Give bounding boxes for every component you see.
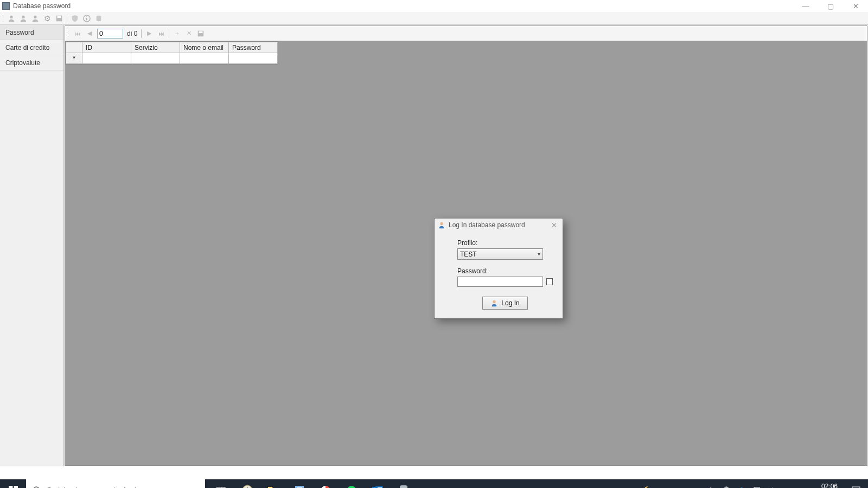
- grid-row-header: *: [66, 53, 82, 64]
- shield-icon[interactable]: [69, 13, 80, 24]
- content-area: ⏮ ◀ di 0 ▶ ⏭ ＋ ✕ ID Servizio: [65, 25, 867, 466]
- chevron-down-icon: ▾: [538, 251, 540, 257]
- profile-select[interactable]: TEST ▾: [457, 248, 543, 260]
- tray-clock[interactable]: 02:06 02/09/2021: [805, 483, 838, 488]
- grid-cell[interactable]: [131, 53, 180, 64]
- app-icon: [2, 2, 10, 10]
- search-icon: [33, 486, 41, 488]
- nav-count-label: di 0: [127, 30, 137, 37]
- svg-rect-13: [9, 486, 12, 489]
- taskbar-app-outlook[interactable]: [365, 479, 391, 488]
- password-input[interactable]: [457, 277, 543, 287]
- show-password-checkbox[interactable]: [546, 278, 553, 285]
- task-view-button[interactable]: [208, 479, 234, 488]
- moon-icon: [642, 486, 651, 488]
- svg-point-0: [10, 15, 12, 18]
- grid-col-servizio[interactable]: Servizio: [131, 42, 180, 53]
- svg-rect-14: [14, 486, 17, 489]
- person-icon: [438, 221, 445, 229]
- sidebar-item-password[interactable]: Password: [0, 25, 63, 40]
- sidebar-item-label: Password: [5, 29, 34, 36]
- login-button[interactable]: Log In: [482, 297, 527, 310]
- tray-language-label: ITA: [784, 486, 794, 489]
- nav-next-button[interactable]: ▶: [144, 28, 155, 39]
- navigator-grip: [67, 29, 69, 38]
- weather-text: Sereno: [673, 486, 696, 489]
- grid-area: ID Servizio Nome o email Password *: [65, 41, 867, 465]
- taskbar-app-settings[interactable]: [286, 479, 312, 488]
- grid-header-row: ID Servizio Nome o email Password: [66, 42, 278, 53]
- sidebar-item-label: Criptovalute: [5, 59, 40, 67]
- nav-delete-button[interactable]: ✕: [183, 28, 194, 39]
- taskbar-app-chrome[interactable]: [312, 479, 339, 488]
- window-title: Database password: [13, 2, 71, 10]
- profile-label: Profilo:: [457, 239, 553, 247]
- nav-prev-button[interactable]: ◀: [84, 28, 95, 39]
- password-label: Password:: [457, 267, 553, 275]
- minimize-button[interactable]: —: [793, 0, 818, 12]
- svg-rect-6: [86, 18, 87, 20]
- tray-language[interactable]: ITA: [782, 479, 796, 488]
- nav-save-button[interactable]: [195, 28, 206, 39]
- user2-icon[interactable]: [18, 13, 29, 24]
- svg-rect-10: [199, 31, 203, 33]
- user1-icon[interactable]: [6, 13, 17, 24]
- dialog-title: Log In database password: [449, 221, 525, 229]
- toolbar-grip: [2, 14, 4, 23]
- maximize-button[interactable]: ▢: [818, 0, 843, 12]
- taskbar-apps: [208, 479, 417, 488]
- info-icon[interactable]: [81, 13, 92, 24]
- tray-volume-icon[interactable]: [767, 479, 777, 488]
- taskbar-app-spotify[interactable]: [339, 479, 365, 488]
- login-dialog: Log In database password ✕ Profilo: TEST…: [434, 218, 563, 319]
- close-button[interactable]: ✕: [843, 0, 868, 12]
- taskbar-app-clock[interactable]: [234, 479, 260, 488]
- grid-cell[interactable]: [82, 53, 131, 64]
- person-icon: [490, 299, 498, 307]
- grid-corner: [66, 42, 82, 53]
- svg-point-7: [86, 16, 87, 17]
- gear-icon[interactable]: ⚙: [42, 13, 53, 24]
- start-button[interactable]: [0, 479, 26, 488]
- taskbar: Scrivi qui per eseguire la ricerca: [0, 479, 868, 488]
- svg-point-2: [34, 15, 36, 18]
- save-icon[interactable]: [54, 13, 65, 24]
- grid-col-id[interactable]: ID: [82, 42, 131, 53]
- tray-notifications[interactable]: 4: [846, 479, 866, 488]
- sidebar-item-label: Carte di credito: [5, 44, 49, 52]
- grid-cell[interactable]: [229, 53, 278, 64]
- weather-widget[interactable]: 17°C Sereno: [642, 486, 696, 488]
- tray-battery-icon[interactable]: [721, 479, 732, 488]
- grid-col-nome[interactable]: Nome o email: [180, 42, 229, 53]
- taskbar-search[interactable]: Scrivi qui per eseguire la ricerca: [26, 479, 205, 488]
- sidebar: Password Carte di credito Criptovalute: [0, 25, 64, 466]
- nav-position-input[interactable]: [97, 29, 123, 38]
- nav-last-button[interactable]: ⏭: [156, 28, 167, 39]
- sidebar-item-cripto[interactable]: Criptovalute: [0, 55, 63, 70]
- taskbar-app-database[interactable]: [391, 479, 417, 488]
- tray-chevron-up-icon[interactable]: ˄: [706, 479, 717, 488]
- dialog-close-button[interactable]: ✕: [548, 221, 559, 229]
- tray-onedrive-icon[interactable]: [736, 479, 747, 488]
- blank-strip: [0, 466, 868, 479]
- user3-icon[interactable]: [30, 13, 41, 24]
- data-grid[interactable]: ID Servizio Nome o email Password *: [65, 41, 278, 65]
- taskbar-app-explorer[interactable]: [260, 479, 286, 488]
- sidebar-item-carte[interactable]: Carte di credito: [0, 40, 63, 55]
- grid-new-row[interactable]: *: [66, 53, 278, 64]
- main-toolbar: ⚙: [0, 12, 868, 25]
- search-placeholder: Scrivi qui per eseguire la ricerca: [47, 486, 155, 488]
- dialog-body: Profilo: TEST ▾ Password:: [435, 232, 563, 318]
- svg-point-1: [22, 15, 24, 18]
- nav-add-button[interactable]: ＋: [171, 28, 182, 39]
- grid-cell[interactable]: [180, 53, 229, 64]
- tray-time: 02:06: [805, 483, 838, 488]
- grid-col-password[interactable]: Password: [229, 42, 278, 53]
- window-titlebar: Database password — ▢ ✕: [0, 0, 868, 12]
- nav-first-button[interactable]: ⏮: [72, 28, 83, 39]
- tray-network-icon[interactable]: [751, 479, 762, 488]
- svg-rect-38: [725, 487, 727, 488]
- db-icon[interactable]: [93, 13, 104, 24]
- weather-temp: 17°C: [654, 486, 670, 489]
- svg-point-12: [493, 300, 496, 303]
